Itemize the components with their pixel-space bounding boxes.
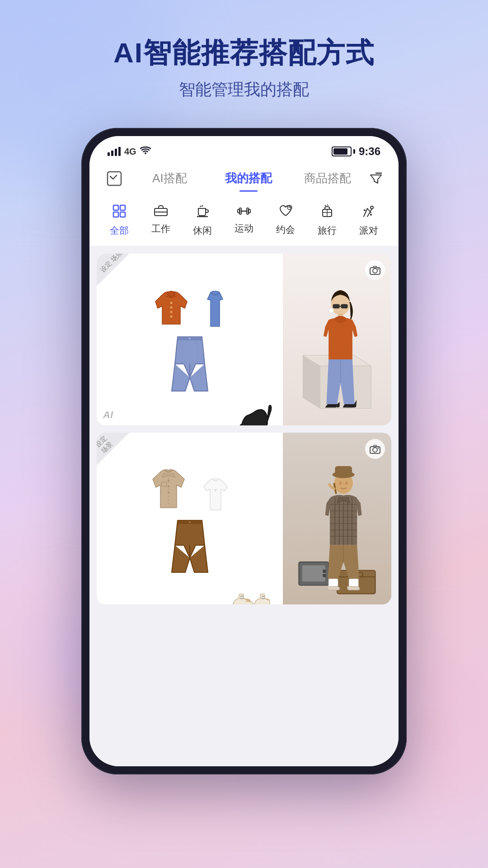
signal-bars	[108, 147, 121, 156]
category-all[interactable]: 全部	[99, 204, 140, 237]
svg-point-58	[323, 570, 326, 573]
svg-point-48	[189, 521, 191, 523]
wifi-icon	[140, 146, 151, 157]
tshirt-white-icon	[197, 474, 234, 514]
svg-point-54	[373, 448, 377, 452]
svg-point-66	[339, 481, 342, 485]
tank-blue-icon	[199, 290, 231, 331]
svg-rect-4	[120, 205, 125, 210]
jeans-icon	[169, 335, 210, 393]
outfit-right-1	[283, 254, 391, 425]
camera-btn-2[interactable]	[365, 439, 385, 459]
svg-point-43	[168, 486, 169, 487]
svg-rect-5	[113, 212, 118, 217]
category-work[interactable]: 工作	[140, 204, 182, 237]
outfit-heels-row-1	[104, 397, 276, 425]
svg-rect-57	[302, 566, 325, 582]
filter-icon-btn[interactable]	[367, 169, 385, 189]
svg-point-67	[345, 481, 348, 485]
outfit-sneakers-row-2	[104, 580, 276, 604]
category-date-label: 约会	[276, 223, 295, 236]
category-date[interactable]: 约会	[265, 204, 306, 237]
sneakers-icon	[230, 580, 271, 604]
outfit-card-2: 设定场景	[97, 433, 391, 604]
person-figure-1	[292, 281, 382, 425]
network-label: 4G	[124, 146, 136, 157]
signal-bar-1	[108, 152, 110, 156]
svg-point-20	[364, 209, 366, 211]
status-bar: 4G	[89, 136, 399, 162]
svg-point-42	[168, 480, 169, 481]
category-travel-label: 旅行	[318, 224, 337, 237]
svg-point-55	[378, 448, 379, 449]
svg-rect-81	[349, 579, 358, 588]
category-party-label: 派对	[359, 224, 378, 237]
svg-rect-35	[341, 304, 347, 308]
person-figure-2	[292, 460, 382, 604]
ai-label-1: AI	[103, 409, 113, 421]
tab-product[interactable]: 商品搭配	[288, 167, 367, 190]
category-sport[interactable]: 运动	[223, 204, 265, 237]
category-sport-label: 运动	[235, 222, 253, 235]
bag-icon	[321, 204, 333, 222]
camera-btn-1[interactable]	[365, 260, 385, 280]
category-leisure[interactable]: 休闲	[182, 204, 223, 237]
svg-point-28	[189, 338, 191, 340]
svg-point-46	[215, 491, 216, 491]
nav-tabs: AI搭配 我的搭配 商品搭配	[89, 162, 399, 197]
fashion-photo-1	[283, 254, 391, 425]
outfit-top-row-2	[146, 465, 234, 514]
svg-point-30	[373, 269, 377, 273]
outfit-jeans-row-1	[169, 335, 210, 395]
page-wrapper: AI智能推荐搭配方式 智能管理我的搭配 4G	[0, 0, 488, 774]
svg-point-21	[370, 214, 372, 216]
tab-ai[interactable]: AI搭配	[130, 167, 209, 190]
sweater-orange-icon	[149, 286, 194, 331]
status-left: 4G	[108, 146, 151, 157]
signal-bar-4	[118, 147, 121, 156]
svg-point-23	[170, 302, 173, 304]
svg-point-39	[334, 316, 346, 323]
svg-point-0	[145, 152, 146, 154]
category-travel[interactable]: 旅行	[306, 204, 348, 237]
fashion-photo-2	[283, 433, 391, 604]
category-work-label: 工作	[151, 222, 170, 235]
svg-point-31	[378, 269, 379, 270]
shirt-beige-icon	[146, 465, 191, 514]
battery-icon	[332, 146, 355, 156]
outfit-left-2: 设定场景	[97, 433, 283, 604]
status-right: 9:36	[332, 145, 380, 158]
signal-bar-3	[115, 149, 117, 156]
pants-brown-icon	[169, 518, 210, 577]
category-party[interactable]: 派对	[348, 204, 389, 237]
cup-icon	[196, 204, 209, 222]
svg-point-24	[170, 307, 173, 309]
party-icon	[362, 204, 375, 222]
svg-point-25	[170, 311, 173, 313]
svg-rect-65	[335, 467, 352, 477]
grid-icon	[112, 204, 127, 222]
content-area: 设定 场景	[89, 246, 399, 766]
outfit-right-2	[283, 433, 391, 604]
tab-my[interactable]: 我的搭配	[209, 167, 288, 190]
wardrobe-icon-btn[interactable]	[103, 169, 126, 189]
outfit-pants-row-2	[169, 518, 210, 579]
page-subtitle: 智能管理我的搭配	[179, 79, 309, 101]
category-leisure-label: 休闲	[193, 224, 212, 237]
svg-point-26	[170, 316, 173, 318]
svg-rect-80	[328, 579, 338, 588]
status-time: 9:36	[359, 145, 380, 158]
outfit-left-1: 设定 场景	[97, 254, 283, 425]
heart-icon	[278, 204, 293, 221]
outfit-top-row-1	[149, 286, 231, 331]
phone-frame: 4G	[81, 128, 407, 774]
svg-rect-34	[333, 304, 340, 308]
svg-point-37	[328, 308, 333, 313]
svg-point-44	[168, 491, 169, 493]
svg-rect-6	[120, 212, 125, 217]
svg-rect-3	[113, 205, 118, 210]
briefcase-icon	[154, 204, 168, 220]
heels-black-icon	[235, 397, 276, 425]
category-bar: 全部 工作	[89, 197, 399, 246]
phone-screen: 4G	[89, 136, 399, 766]
